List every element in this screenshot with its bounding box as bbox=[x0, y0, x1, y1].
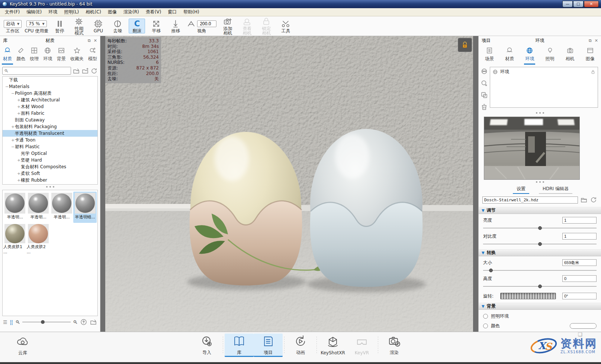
close-icon[interactable]: ✕ bbox=[94, 38, 97, 43]
bg-option-color[interactable]: 颜色 bbox=[483, 323, 597, 329]
section-background[interactable]: ▼ 背景 bbox=[479, 303, 601, 310]
tree-item-architectural[interactable]: +建筑 Architectural bbox=[3, 97, 97, 103]
gpu-button[interactable]: GPU bbox=[90, 19, 106, 33]
pause-button[interactable]: 暂停 bbox=[51, 19, 68, 33]
cloud-library-button[interactable]: 云库 bbox=[16, 335, 30, 356]
contrast-input[interactable] bbox=[562, 233, 597, 240]
hdri-file-input[interactable] bbox=[482, 196, 578, 204]
undock-icon[interactable]: ⧉ bbox=[589, 38, 592, 43]
project-tab-lighting[interactable]: 照明 bbox=[544, 46, 556, 65]
menu-render[interactable]: 渲染(R) bbox=[120, 8, 142, 16]
refresh-icon[interactable] bbox=[590, 196, 597, 204]
project-tab-scene[interactable]: 场景 bbox=[484, 46, 495, 65]
view-camera-button[interactable]: 查看 相机 bbox=[239, 17, 255, 35]
zoom-in-icon[interactable]: 🔍︎ bbox=[73, 319, 78, 325]
radio-icon[interactable] bbox=[483, 314, 488, 319]
close-icon[interactable]: ✕ bbox=[595, 38, 598, 43]
add-environment-icon[interactable] bbox=[481, 79, 488, 87]
library-tab-models[interactable]: 模型 bbox=[87, 46, 98, 65]
lock-camera-button[interactable]: 锁定 相机 bbox=[258, 17, 274, 35]
tree-item-downloads[interactable]: 下载 bbox=[3, 77, 97, 83]
tree-item-cloudy[interactable]: +浑浊 Cloudy bbox=[3, 183, 97, 185]
menu-image[interactable]: 图像 bbox=[105, 8, 120, 16]
open-folder-icon[interactable] bbox=[580, 196, 588, 204]
menu-file[interactable]: 文件(F) bbox=[1, 8, 23, 16]
project-button[interactable]: 项目 bbox=[254, 334, 283, 357]
fov-input[interactable] bbox=[197, 20, 216, 27]
material-thumb-translucent-2[interactable]: 半透明... bbox=[27, 192, 50, 223]
keyshotxr-button[interactable]: KeyShotXR bbox=[318, 334, 347, 357]
duplicate-environment-icon[interactable] bbox=[481, 91, 488, 99]
section-transform[interactable]: ▼ 转换 bbox=[479, 249, 601, 256]
material-thumb-translucent-wax[interactable]: 半透明蜡... bbox=[73, 192, 97, 223]
menu-help[interactable]: 帮助(H) bbox=[180, 8, 202, 16]
bg-option-lighting[interactable]: 照明环境 bbox=[483, 313, 597, 319]
tools-button[interactable]: 工具 bbox=[277, 19, 294, 33]
render-view[interactable]: 每秒帧数:33.3 时间:8m 34s 采样值:1061 三角形:56,324 … bbox=[105, 36, 473, 332]
library-tab-materials[interactable]: 材质 bbox=[2, 46, 13, 65]
denoise-button[interactable]: 去噪 bbox=[109, 19, 126, 33]
folder-import-icon[interactable] bbox=[90, 318, 97, 326]
refresh-icon[interactable] bbox=[90, 67, 98, 75]
search-input[interactable]: 🔍︎ bbox=[2, 67, 71, 75]
import-material-icon[interactable] bbox=[73, 67, 80, 75]
size-slider[interactable] bbox=[483, 269, 597, 272]
menu-window[interactable]: 窗口 bbox=[164, 8, 180, 16]
splitter-dots[interactable] bbox=[479, 180, 601, 184]
grid-view-icon[interactable]: ⣿ bbox=[10, 319, 13, 325]
project-tab-camera[interactable]: 相机 bbox=[565, 46, 576, 65]
library-tab-favorites[interactable]: 收藏夹 bbox=[69, 46, 85, 65]
tree-item-fabric[interactable]: +面料 Fabric bbox=[3, 110, 97, 117]
zoom-out-icon[interactable]: 🔍︎ bbox=[15, 319, 20, 325]
tree-item-rubber[interactable]: +橡胶 Rubber bbox=[3, 177, 97, 183]
performance-mode-button[interactable]: 性能 模式 bbox=[71, 17, 87, 35]
tab-settings[interactable]: 设置 bbox=[513, 185, 529, 194]
maximize-button[interactable]: □ bbox=[573, 1, 584, 7]
tree-item-composites[interactable]: 复合材料 Composites bbox=[3, 163, 97, 170]
environment-list[interactable]: 环境 bbox=[490, 67, 598, 108]
splitter-dots[interactable] bbox=[479, 111, 601, 115]
height-input[interactable] bbox=[562, 275, 597, 282]
tree-item-wood[interactable]: +木材 Wood bbox=[3, 103, 97, 110]
import-button[interactable]: 导入 bbox=[192, 334, 221, 357]
dolly-button[interactable]: 推移 bbox=[167, 19, 184, 33]
project-tab-image[interactable]: 图像 bbox=[585, 46, 596, 65]
undock-icon[interactable]: ⧉ bbox=[88, 38, 91, 43]
list-view-icon[interactable]: ☰ bbox=[3, 319, 7, 325]
library-tab-textures[interactable]: 纹理 bbox=[29, 46, 40, 65]
pan-button[interactable]: 平移 bbox=[148, 19, 164, 33]
material-thumb-translucent-1[interactable]: 半透明... bbox=[3, 192, 27, 223]
menu-lighting[interactable]: 照明(L) bbox=[61, 8, 82, 16]
brightness-slider[interactable] bbox=[483, 226, 597, 230]
tree-item-soft[interactable]: +柔软 Soft bbox=[3, 170, 97, 177]
import-folder-icon[interactable] bbox=[81, 67, 89, 75]
rotation-dial[interactable] bbox=[500, 293, 556, 299]
environment-sphere-icon[interactable] bbox=[481, 68, 488, 75]
library-tab-colors[interactable]: 颜色 bbox=[15, 46, 26, 65]
tree-item-poliigon[interactable]: −Poliigon 高清材质 bbox=[3, 90, 97, 97]
project-tab-environment[interactable]: 环境 bbox=[524, 46, 535, 65]
add-camera-button[interactable]: 添加 相机 bbox=[219, 17, 236, 35]
tree-item-translucent[interactable]: 半透明材质 Translucent bbox=[3, 130, 97, 137]
library-tab-backplates[interactable]: 背景 bbox=[56, 46, 67, 65]
workspace-dropdown-group[interactable]: 启动▼ 工作区 bbox=[4, 19, 22, 33]
menu-camera[interactable]: 相机(C) bbox=[82, 8, 105, 16]
menu-view[interactable]: 查看(V) bbox=[142, 8, 165, 16]
radio-icon[interactable] bbox=[483, 324, 488, 328]
menu-environment[interactable]: 环境 bbox=[45, 8, 61, 16]
fov-group[interactable]: 视角 bbox=[187, 19, 216, 33]
animation-button[interactable]: 动画 bbox=[286, 334, 315, 357]
tree-item-toon[interactable]: +卡通 Toon bbox=[3, 137, 97, 143]
tree-item-cutaway[interactable]: 剖面 Cutaway bbox=[3, 117, 97, 123]
brightness-input[interactable] bbox=[562, 217, 597, 224]
library-tab-environments[interactable]: 环境 bbox=[42, 46, 53, 65]
tree-item-materials[interactable]: −Materials bbox=[3, 83, 97, 90]
tab-hdri-editor[interactable]: HDRI 编辑器 bbox=[539, 185, 572, 194]
viewport-lock-button[interactable] bbox=[458, 38, 472, 52]
tree-item-packaging[interactable]: +包装材料 Packaging bbox=[3, 123, 97, 130]
tree-item-plastic[interactable]: −塑料 Plastic bbox=[3, 143, 97, 150]
cpu-usage-select[interactable]: 75 %▼ bbox=[26, 20, 47, 27]
tumble-button[interactable]: C 翻滚 bbox=[129, 19, 145, 33]
hdri-preview[interactable] bbox=[484, 117, 580, 180]
render-button[interactable]: 渲染 bbox=[380, 334, 409, 357]
